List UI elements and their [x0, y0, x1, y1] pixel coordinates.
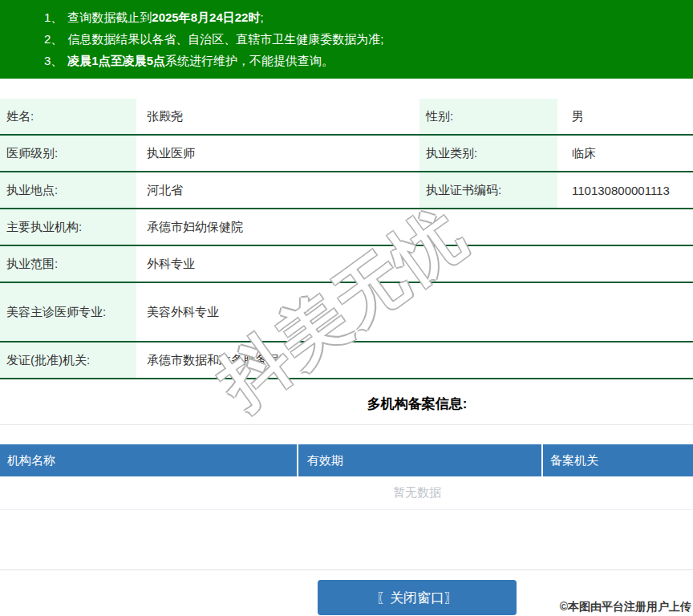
practice-category-value: 临床	[557, 136, 693, 171]
credit-watermark: ©本图由平台注册用户上传	[560, 600, 691, 614]
column-header-filing-authority: 备案机关	[541, 444, 693, 476]
practice-location-value: 河北省	[136, 172, 419, 208]
column-header-validity-period: 有效期	[297, 444, 541, 476]
notice-number: 3、	[44, 54, 63, 67]
gender-label: 性别:	[419, 99, 557, 134]
practice-location-label: 执业地点:	[0, 172, 136, 208]
doctor-level-value: 执业医师	[136, 136, 419, 171]
gender-value: 男	[557, 99, 693, 134]
notice-number: 2、	[44, 32, 63, 46]
notice-line-1: 1、查询数据截止到2025年8月24日22时;	[44, 6, 693, 28]
section-divider	[0, 424, 693, 425]
column-header-institution-name: 机构名称	[0, 444, 297, 476]
practice-scope-label: 执业范围:	[0, 246, 136, 282]
cosmetic-chief-specialty-value: 美容外科专业	[136, 283, 693, 341]
notice-text: ;	[260, 10, 263, 24]
table-row: 执业范围: 外科专业	[0, 246, 693, 283]
table-row: 医师级别: 执业医师 执业类别: 临床	[0, 136, 693, 172]
page-content: 姓名: 张殿尧 性别: 男 医师级别: 执业医师 执业类别: 临床 执业地点: …	[0, 99, 693, 615]
table-row: 发证(批准)机关: 承德市数据和政务服务局	[0, 342, 693, 379]
doctor-level-label: 医师级别:	[0, 136, 136, 171]
notice-text-bold: 2025年8月24日22时	[152, 10, 260, 24]
main-institution-value: 承德市妇幼保健院	[136, 209, 693, 245]
filing-table-header: 机构名称 有效期 备案机关	[0, 444, 693, 476]
practice-scope-value: 外科专业	[136, 246, 693, 282]
name-value: 张殿尧	[136, 99, 419, 134]
practice-category-label: 执业类别:	[419, 136, 557, 171]
table-row: 执业地点: 河北省 执业证书编码: 110130800001113	[0, 172, 693, 209]
notice-text: 系统进行维护，不能提供查询。	[165, 54, 334, 67]
table-row: 美容主诊医师专业: 美容外科专业	[0, 283, 693, 342]
footer-divider	[0, 569, 693, 570]
table-row: 主要执业机构: 承德市妇幼保健院	[0, 209, 693, 246]
main-institution-label: 主要执业机构:	[0, 209, 136, 245]
spacer	[0, 510, 693, 569]
multi-institution-filing-heading: 多机构备案信息:	[0, 395, 693, 413]
notice-text: 查询数据截止到	[67, 10, 152, 24]
notice-text: 信息数据结果以各省、自治区、直辖市卫生健康委数据为准;	[67, 32, 383, 46]
cosmetic-chief-specialty-label: 美容主诊医师专业:	[0, 283, 136, 341]
issuing-authority-value: 承德市数据和政务服务局	[136, 342, 693, 378]
certificate-number-label: 执业证书编码:	[419, 172, 557, 208]
practitioner-info-table: 姓名: 张殿尧 性别: 男 医师级别: 执业医师 执业类别: 临床 执业地点: …	[0, 99, 693, 379]
notice-line-2: 2、信息数据结果以各省、自治区、直辖市卫生健康委数据为准;	[44, 28, 693, 50]
notice-line-3: 3、凌晨1点至凌晨5点系统进行维护，不能提供查询。	[44, 50, 693, 71]
notice-text-bold: 凌晨1点至凌晨5点	[67, 54, 165, 67]
name-label: 姓名:	[0, 99, 136, 134]
certificate-number-value: 110130800001113	[557, 172, 693, 208]
table-row: 姓名: 张殿尧 性别: 男	[0, 99, 693, 136]
notice-banner: 1、查询数据截止到2025年8月24日22时; 2、信息数据结果以各省、自治区、…	[0, 0, 693, 79]
filing-table-empty-state: 暂无数据	[0, 476, 693, 510]
close-window-button[interactable]: 〖关闭窗口〗	[318, 580, 517, 615]
notice-number: 1、	[44, 10, 63, 24]
issuing-authority-label: 发证(批准)机关:	[0, 342, 136, 378]
